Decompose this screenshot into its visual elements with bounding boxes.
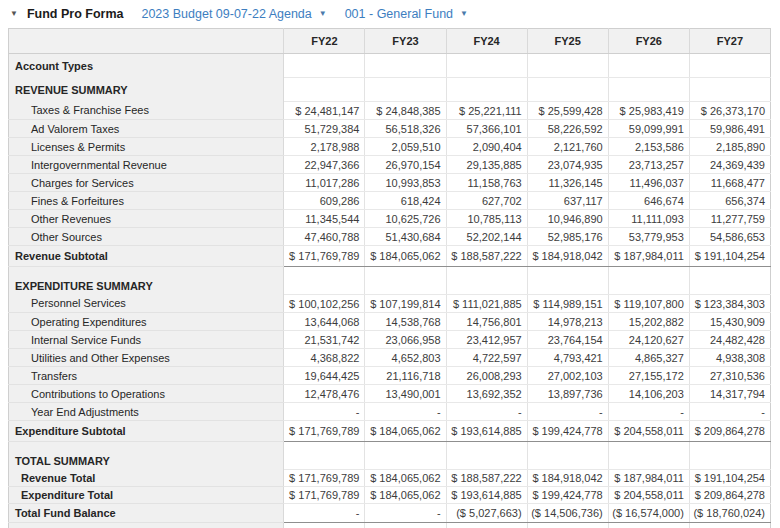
row-label: Account Types — [9, 54, 284, 78]
cell-fy27: 59,986,491 — [689, 120, 770, 138]
cell-fy23: - — [365, 403, 446, 421]
cell-fy27 — [689, 54, 770, 78]
cell-fy27: 15,430,909 — [689, 313, 770, 331]
row-label: Revenue Subtotal — [9, 246, 284, 267]
chevron-down-icon: ▼ — [460, 10, 468, 18]
row-intergovernmental-revenue: Intergovernmental Revenue22,947,36626,97… — [9, 156, 771, 174]
cell-fy25: 13,897,736 — [527, 385, 608, 403]
cell-fy25: 14,978,213 — [527, 313, 608, 331]
row-revenue-total: Revenue Total$ 171,769,789$ 184,065,062$… — [9, 470, 771, 487]
row-total-fund-balance: Total Fund Balance--($ 5,027,663)($ 14,5… — [9, 504, 771, 523]
cell-fy26: $ 204,558,011 — [608, 421, 689, 442]
cell-fy22 — [284, 54, 365, 78]
column-header-fy23: FY23 — [365, 29, 446, 54]
cell-fy25: ($ 14,506,736) — [527, 504, 608, 523]
cell-fy22 — [284, 78, 365, 102]
cell-fy25: - — [527, 403, 608, 421]
cell-fy27: 27,310,536 — [689, 367, 770, 385]
cell-fy27 — [689, 78, 770, 102]
cell-fy26 — [608, 78, 689, 102]
row-label: Transfers — [9, 367, 284, 385]
row-ad-valorem-taxes: Ad Valorem Taxes51,729,38456,518,32657,3… — [9, 120, 771, 138]
row-label: REVENUE SUMMARY — [9, 78, 284, 102]
cell-fy22: 609,286 — [284, 192, 365, 210]
cell-fy25: 52,985,176 — [527, 228, 608, 246]
cell-fy26: 59,099,991 — [608, 120, 689, 138]
row-taxes-franchise-fees: Taxes & Franchise Fees$ 24,481,147$ 24,8… — [9, 102, 771, 120]
fund-dropdown-label: 001 - General Fund — [345, 7, 453, 21]
row-revenue-subtotal: Revenue Subtotal$ 171,769,789$ 184,065,0… — [9, 246, 771, 267]
cell-fy23 — [365, 267, 446, 295]
label-column-header — [9, 29, 284, 54]
cell-fy26: 27,155,172 — [608, 367, 689, 385]
row-other-revenues: Other Revenues11,345,54410,625,72610,785… — [9, 210, 771, 228]
row-label: Internal Service Funds — [9, 331, 284, 349]
row-label: Expenditure Subtotal — [9, 421, 284, 442]
row-label — [9, 523, 284, 528]
cell-fy27 — [689, 442, 770, 470]
cell-fy27: 54,586,653 — [689, 228, 770, 246]
cell-fy25: 58,226,592 — [527, 120, 608, 138]
cell-fy24: $ 188,587,222 — [446, 246, 527, 267]
cell-fy23 — [365, 54, 446, 78]
cell-fy27: $ 191,104,254 — [689, 470, 770, 487]
row-label: Fines & Forfeitures — [9, 192, 284, 210]
cell-fy25: 27,002,103 — [527, 367, 608, 385]
cell-fy25: 2,121,760 — [527, 138, 608, 156]
cell-fy23: 56,518,326 — [365, 120, 446, 138]
cell-fy24: 2,090,404 — [446, 138, 527, 156]
cell-fy22: 21,531,742 — [284, 331, 365, 349]
cell-fy24 — [446, 267, 527, 295]
cell-fy25 — [527, 54, 608, 78]
cell-fy27: 14,317,794 — [689, 385, 770, 403]
cell-fy26: 15,202,882 — [608, 313, 689, 331]
cell-fy26 — [608, 523, 689, 528]
row-contributions-to-operations: Contributions to Operations12,478,47613,… — [9, 385, 771, 403]
cell-fy25: 10,946,890 — [527, 210, 608, 228]
column-header-row: FY22FY23FY24FY25FY26FY27 — [9, 29, 771, 54]
cell-fy24 — [446, 54, 527, 78]
row-personnel-services: Personnel Services$ 100,102,256$ 107,199… — [9, 295, 771, 313]
cell-fy24: 57,366,101 — [446, 120, 527, 138]
row-label: Personnel Services — [9, 295, 284, 313]
column-header-fy26: FY26 — [608, 29, 689, 54]
cell-fy25: $ 184,918,042 — [527, 246, 608, 267]
cell-fy27 — [689, 267, 770, 295]
cell-fy26: 4,865,327 — [608, 349, 689, 367]
cell-fy26: $ 119,107,800 — [608, 295, 689, 313]
cell-fy26: 53,779,953 — [608, 228, 689, 246]
cell-fy27: 656,374 — [689, 192, 770, 210]
budget-dropdown[interactable]: 2023 Budget 09-07-22 Agenda ▼ — [141, 7, 326, 21]
column-header-fy27: FY27 — [689, 29, 770, 54]
fund-dropdown[interactable]: 001 - General Fund ▼ — [345, 7, 468, 21]
cell-fy22: $ 24,481,147 — [284, 102, 365, 120]
cell-fy24: 13,692,352 — [446, 385, 527, 403]
cell-fy22 — [284, 523, 365, 528]
row-other-sources: Other Sources47,460,78851,430,68452,202,… — [9, 228, 771, 246]
row-label: TOTAL SUMMARY — [9, 442, 284, 470]
row-spacer — [9, 523, 771, 528]
row-licenses-permits: Licenses & Permits2,178,9882,059,5102,09… — [9, 138, 771, 156]
cell-fy26 — [608, 54, 689, 78]
table-body: Account TypesREVENUE SUMMARYTaxes & Fran… — [9, 54, 771, 528]
cell-fy24: 14,756,801 — [446, 313, 527, 331]
row-utilities-and-other-expenses: Utilities and Other Expenses4,368,8224,6… — [9, 349, 771, 367]
cell-fy23: $ 24,848,385 — [365, 102, 446, 120]
cell-fy25: $ 199,424,778 — [527, 421, 608, 442]
cell-fy22: 47,460,788 — [284, 228, 365, 246]
cell-fy26: $ 25,983,419 — [608, 102, 689, 120]
row-expenditure-total: Expenditure Total$ 171,769,789$ 184,065,… — [9, 487, 771, 504]
cell-fy25: $ 199,424,778 — [527, 487, 608, 504]
cell-fy26: $ 187,984,011 — [608, 246, 689, 267]
cell-fy26: $ 187,984,011 — [608, 470, 689, 487]
cell-fy24: 4,722,597 — [446, 349, 527, 367]
row-label: Contributions to Operations — [9, 385, 284, 403]
cell-fy24 — [446, 78, 527, 102]
row-label: Total Fund Balance — [9, 504, 284, 523]
cell-fy23: 21,116,718 — [365, 367, 446, 385]
collapse-caret-icon[interactable]: ▼ — [10, 10, 18, 18]
cell-fy24: 10,785,113 — [446, 210, 527, 228]
cell-fy27: 2,185,890 — [689, 138, 770, 156]
chevron-down-icon: ▼ — [319, 10, 327, 18]
cell-fy27: 11,668,477 — [689, 174, 770, 192]
